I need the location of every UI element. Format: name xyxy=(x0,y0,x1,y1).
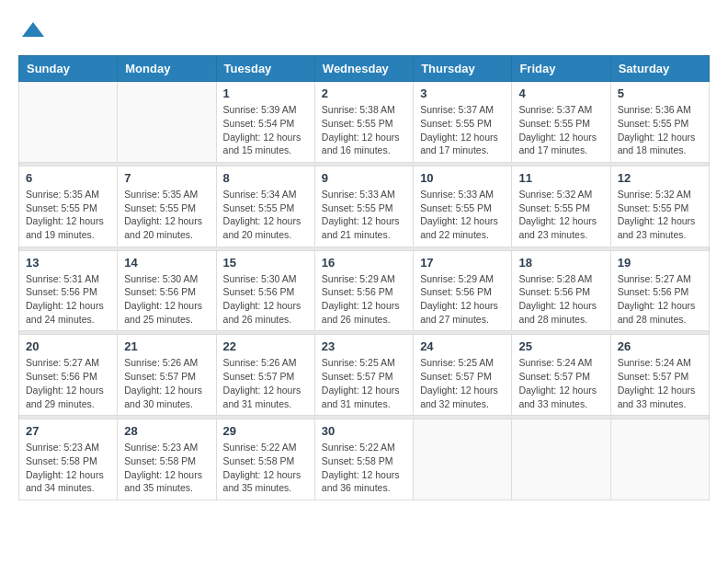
day-info: Sunrise: 5:33 AMSunset: 5:55 PMDaylight:… xyxy=(420,188,505,242)
calendar-cell: 15Sunrise: 5:30 AMSunset: 5:56 PMDayligh… xyxy=(216,250,314,331)
day-info: Sunrise: 5:30 AMSunset: 5:56 PMDaylight:… xyxy=(223,272,308,327)
day-number: 15 xyxy=(223,256,308,270)
calendar-cell: 19Sunrise: 5:27 AMSunset: 5:56 PMDayligh… xyxy=(610,250,709,331)
calendar-cell: 5Sunrise: 5:36 AMSunset: 5:55 PMDaylight… xyxy=(610,82,709,163)
calendar-cell: 12Sunrise: 5:32 AMSunset: 5:55 PMDayligh… xyxy=(610,166,709,247)
column-header-saturday: Saturday xyxy=(610,56,709,82)
calendar-cell: 2Sunrise: 5:38 AMSunset: 5:55 PMDaylight… xyxy=(314,82,413,163)
day-info: Sunrise: 5:27 AMSunset: 5:56 PMDaylight:… xyxy=(26,356,110,410)
day-number: 29 xyxy=(223,424,308,438)
calendar-cell: 20Sunrise: 5:27 AMSunset: 5:56 PMDayligh… xyxy=(19,335,118,416)
day-info: Sunrise: 5:37 AMSunset: 5:55 PMDaylight:… xyxy=(420,103,505,157)
calendar-cell: 13Sunrise: 5:31 AMSunset: 5:56 PMDayligh… xyxy=(19,250,118,331)
calendar-cell: 4Sunrise: 5:37 AMSunset: 5:55 PMDaylight… xyxy=(512,82,610,163)
calendar-cell: 30Sunrise: 5:22 AMSunset: 5:58 PMDayligh… xyxy=(314,419,413,500)
day-number: 11 xyxy=(518,171,603,185)
calendar-cell: 6Sunrise: 5:35 AMSunset: 5:55 PMDaylight… xyxy=(19,166,118,247)
day-info: Sunrise: 5:24 AMSunset: 5:57 PMDaylight:… xyxy=(518,356,603,410)
svg-marker-0 xyxy=(22,22,44,37)
logo-icon xyxy=(20,20,46,40)
calendar-cell xyxy=(118,82,216,163)
day-info: Sunrise: 5:36 AMSunset: 5:55 PMDaylight:… xyxy=(618,103,702,157)
day-number: 1 xyxy=(223,86,308,100)
calendar-cell: 1Sunrise: 5:39 AMSunset: 5:54 PMDaylight… xyxy=(216,82,314,163)
calendar-week-row: 13Sunrise: 5:31 AMSunset: 5:56 PMDayligh… xyxy=(19,250,710,331)
day-number: 24 xyxy=(420,339,505,353)
day-number: 3 xyxy=(420,86,505,100)
calendar-cell: 16Sunrise: 5:29 AMSunset: 5:56 PMDayligh… xyxy=(314,250,413,331)
column-header-friday: Friday xyxy=(512,56,610,82)
day-info: Sunrise: 5:32 AMSunset: 5:55 PMDaylight:… xyxy=(518,188,603,242)
calendar-cell xyxy=(512,419,610,500)
day-info: Sunrise: 5:35 AMSunset: 5:55 PMDaylight:… xyxy=(124,188,209,242)
calendar-cell: 21Sunrise: 5:26 AMSunset: 5:57 PMDayligh… xyxy=(118,335,216,416)
day-number: 22 xyxy=(223,339,308,353)
calendar-cell: 7Sunrise: 5:35 AMSunset: 5:55 PMDaylight… xyxy=(118,166,216,247)
column-header-thursday: Thursday xyxy=(414,56,512,82)
day-number: 26 xyxy=(618,339,702,353)
day-info: Sunrise: 5:30 AMSunset: 5:56 PMDaylight:… xyxy=(124,272,209,327)
day-info: Sunrise: 5:26 AMSunset: 5:57 PMDaylight:… xyxy=(124,356,209,410)
calendar-cell: 25Sunrise: 5:24 AMSunset: 5:57 PMDayligh… xyxy=(512,335,610,416)
logo xyxy=(18,18,48,40)
day-info: Sunrise: 5:27 AMSunset: 5:56 PMDaylight:… xyxy=(618,272,702,327)
day-number: 8 xyxy=(223,171,308,185)
calendar-cell: 28Sunrise: 5:23 AMSunset: 5:58 PMDayligh… xyxy=(118,419,216,500)
calendar-week-row: 27Sunrise: 5:23 AMSunset: 5:58 PMDayligh… xyxy=(19,419,710,500)
day-info: Sunrise: 5:22 AMSunset: 5:58 PMDaylight:… xyxy=(322,441,406,495)
day-number: 2 xyxy=(322,86,406,100)
day-info: Sunrise: 5:22 AMSunset: 5:58 PMDaylight:… xyxy=(223,441,308,495)
calendar-cell: 3Sunrise: 5:37 AMSunset: 5:55 PMDaylight… xyxy=(414,82,512,163)
calendar-cell: 11Sunrise: 5:32 AMSunset: 5:55 PMDayligh… xyxy=(512,166,610,247)
day-number: 30 xyxy=(322,424,406,438)
day-info: Sunrise: 5:23 AMSunset: 5:58 PMDaylight:… xyxy=(26,441,110,495)
day-number: 16 xyxy=(322,256,406,270)
calendar-cell: 22Sunrise: 5:26 AMSunset: 5:57 PMDayligh… xyxy=(216,335,314,416)
logo-text xyxy=(18,18,48,40)
column-header-monday: Monday xyxy=(118,56,216,82)
page-header xyxy=(18,18,710,40)
day-number: 25 xyxy=(518,339,603,353)
calendar-cell: 9Sunrise: 5:33 AMSunset: 5:55 PMDaylight… xyxy=(314,166,413,247)
calendar-cell xyxy=(414,419,512,500)
day-number: 5 xyxy=(618,86,702,100)
day-number: 18 xyxy=(518,256,603,270)
calendar-cell xyxy=(19,82,118,163)
day-number: 19 xyxy=(618,256,702,270)
calendar-cell: 24Sunrise: 5:25 AMSunset: 5:57 PMDayligh… xyxy=(414,335,512,416)
column-header-sunday: Sunday xyxy=(19,56,118,82)
calendar-header-row: SundayMondayTuesdayWednesdayThursdayFrid… xyxy=(19,56,710,82)
day-info: Sunrise: 5:25 AMSunset: 5:57 PMDaylight:… xyxy=(322,356,406,410)
day-number: 14 xyxy=(124,256,209,270)
day-number: 28 xyxy=(124,424,209,438)
day-info: Sunrise: 5:37 AMSunset: 5:55 PMDaylight:… xyxy=(518,103,603,157)
day-info: Sunrise: 5:29 AMSunset: 5:56 PMDaylight:… xyxy=(322,272,406,327)
day-info: Sunrise: 5:38 AMSunset: 5:55 PMDaylight:… xyxy=(322,103,406,157)
calendar-week-row: 20Sunrise: 5:27 AMSunset: 5:56 PMDayligh… xyxy=(19,335,710,416)
day-number: 23 xyxy=(322,339,406,353)
day-number: 9 xyxy=(322,171,406,185)
calendar-cell xyxy=(610,419,709,500)
day-number: 17 xyxy=(420,256,505,270)
column-header-tuesday: Tuesday xyxy=(216,56,314,82)
day-number: 12 xyxy=(618,171,702,185)
day-number: 4 xyxy=(518,86,603,100)
day-info: Sunrise: 5:26 AMSunset: 5:57 PMDaylight:… xyxy=(223,356,308,410)
calendar-cell: 23Sunrise: 5:25 AMSunset: 5:57 PMDayligh… xyxy=(314,335,413,416)
day-info: Sunrise: 5:28 AMSunset: 5:56 PMDaylight:… xyxy=(518,272,603,327)
day-info: Sunrise: 5:39 AMSunset: 5:54 PMDaylight:… xyxy=(223,103,308,157)
calendar-cell: 14Sunrise: 5:30 AMSunset: 5:56 PMDayligh… xyxy=(118,250,216,331)
day-info: Sunrise: 5:24 AMSunset: 5:57 PMDaylight:… xyxy=(618,356,702,410)
day-info: Sunrise: 5:35 AMSunset: 5:55 PMDaylight:… xyxy=(26,188,110,242)
day-info: Sunrise: 5:34 AMSunset: 5:55 PMDaylight:… xyxy=(223,188,308,242)
day-number: 21 xyxy=(124,339,209,353)
day-info: Sunrise: 5:31 AMSunset: 5:56 PMDaylight:… xyxy=(26,272,110,327)
day-info: Sunrise: 5:32 AMSunset: 5:55 PMDaylight:… xyxy=(618,188,702,242)
day-info: Sunrise: 5:29 AMSunset: 5:56 PMDaylight:… xyxy=(420,272,505,327)
day-info: Sunrise: 5:23 AMSunset: 5:58 PMDaylight:… xyxy=(124,441,209,495)
day-number: 13 xyxy=(26,256,110,270)
day-number: 27 xyxy=(26,424,110,438)
calendar-cell: 18Sunrise: 5:28 AMSunset: 5:56 PMDayligh… xyxy=(512,250,610,331)
calendar-cell: 8Sunrise: 5:34 AMSunset: 5:55 PMDaylight… xyxy=(216,166,314,247)
column-header-wednesday: Wednesday xyxy=(314,56,413,82)
